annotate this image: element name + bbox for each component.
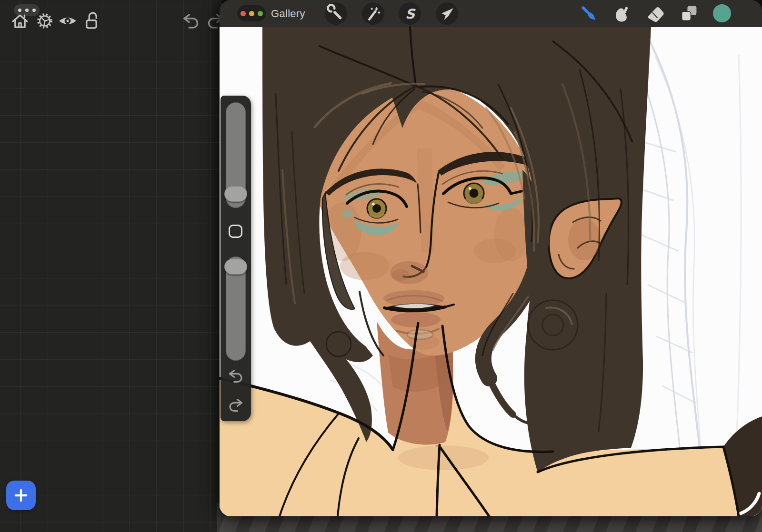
procreate-window: Gallery	[220, 0, 762, 516]
adjustments-button[interactable]	[362, 2, 384, 25]
redo-icon	[228, 397, 243, 413]
selection-s-icon: S	[403, 7, 417, 21]
home-button[interactable]	[10, 12, 30, 31]
plus-icon	[14, 488, 28, 502]
adjustments-wand-icon	[366, 7, 381, 21]
canvas-redo-button[interactable]	[228, 397, 244, 413]
procreate-toolbar: Gallery	[220, 0, 762, 27]
window-controls[interactable]	[237, 5, 266, 21]
drawing-canvas[interactable]	[220, 27, 762, 516]
artwork-portrait	[220, 27, 762, 516]
eye-icon	[58, 11, 77, 30]
svg-text:S: S	[405, 6, 415, 21]
canvas-undo-button[interactable]	[228, 368, 244, 384]
transform-arrow-icon	[440, 7, 454, 21]
selection-button[interactable]: S	[399, 2, 421, 25]
brush-size-thumb[interactable]	[224, 186, 247, 202]
eraser-icon	[647, 5, 665, 23]
add-button[interactable]	[6, 481, 36, 510]
gallery-button[interactable]: Gallery	[271, 8, 305, 20]
paint-brush-icon	[580, 5, 598, 23]
paint-tool-button[interactable]	[580, 4, 599, 23]
actions-button[interactable]	[325, 2, 347, 25]
minimize-dot	[249, 11, 254, 16]
actions-wrench-icon	[329, 7, 343, 21]
transform-button[interactable]	[436, 2, 458, 25]
brush-opacity-thumb[interactable]	[224, 259, 247, 275]
color-swatch[interactable]	[713, 4, 731, 22]
undo-icon	[228, 368, 243, 384]
close-dot	[241, 11, 246, 16]
unlock-icon	[83, 12, 101, 30]
ellipsis-dot	[18, 9, 21, 12]
modify-button[interactable]	[229, 225, 242, 238]
zoom-dot	[258, 11, 263, 16]
brush-sidebar	[221, 96, 251, 421]
home-icon	[11, 12, 29, 30]
layers-button[interactable]	[680, 4, 699, 23]
undo-button[interactable]	[181, 11, 201, 30]
gear-icon	[36, 12, 53, 30]
undo-icon	[182, 12, 200, 30]
left-companion-app	[0, 0, 222, 532]
ellipsis-dot	[25, 9, 29, 12]
layers-icon	[680, 5, 698, 23]
eraser-tool-button[interactable]	[646, 4, 665, 23]
settings-button[interactable]	[35, 11, 54, 30]
lock-button[interactable]	[83, 11, 102, 30]
visibility-button[interactable]	[58, 11, 77, 30]
smudge-tool-button[interactable]	[613, 4, 632, 23]
smudge-icon	[613, 5, 632, 23]
